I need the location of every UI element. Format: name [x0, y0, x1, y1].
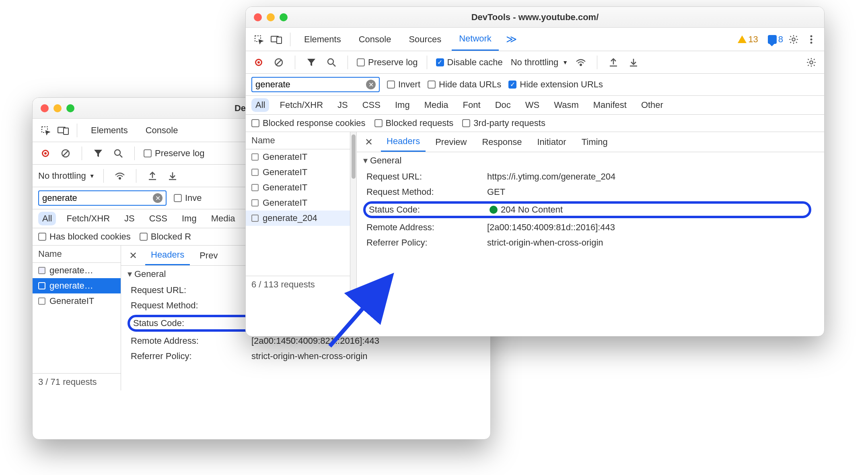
upload-icon[interactable]	[606, 55, 621, 70]
upload-icon[interactable]	[145, 169, 160, 183]
wifi-icon[interactable]	[574, 55, 588, 70]
device-icon[interactable]	[269, 32, 284, 47]
download-icon[interactable]	[626, 55, 641, 70]
maximize-window-button[interactable]	[280, 13, 288, 21]
search-icon[interactable]	[324, 55, 339, 70]
type-img[interactable]: Img	[178, 212, 201, 225]
disable-cache-checkbox[interactable]: ✓Disable cache	[436, 57, 503, 68]
tab-elements[interactable]: Elements	[84, 119, 135, 142]
request-row[interactable]: GenerateIT	[246, 195, 350, 211]
close-window-button[interactable]	[41, 104, 49, 112]
close-detail-button[interactable]: ✕	[361, 136, 377, 148]
wifi-icon[interactable]	[113, 169, 127, 183]
inspect-icon[interactable]	[38, 123, 53, 138]
type-doc[interactable]: Doc	[491, 98, 515, 112]
record-button[interactable]	[38, 146, 53, 161]
type-js[interactable]: JS	[120, 212, 139, 225]
detail-tab-preview[interactable]: Prev	[194, 246, 223, 265]
svg-point-28	[810, 61, 813, 64]
clear-button[interactable]	[272, 55, 286, 70]
preserve-log-checkbox[interactable]: Preserve log	[144, 148, 205, 159]
type-css[interactable]: CSS	[358, 98, 385, 112]
clear-filter-icon[interactable]: ✕	[366, 80, 376, 89]
type-all[interactable]: All	[38, 212, 56, 225]
warnings-badge[interactable]: 13	[738, 34, 758, 45]
hide-extension-urls-checkbox[interactable]: ✓Hide extension URLs	[508, 79, 603, 90]
filter-icon[interactable]	[304, 55, 319, 70]
clear-filter-icon[interactable]: ✕	[153, 193, 162, 203]
more-tabs-button[interactable]: ≫	[502, 33, 521, 45]
inspect-icon[interactable]	[251, 32, 266, 47]
throttling-select[interactable]: No throttling▼	[38, 171, 95, 181]
minimize-window-button[interactable]	[267, 13, 275, 21]
blocked-requests-checkbox[interactable]: Blocked R	[140, 231, 191, 242]
tab-elements[interactable]: Elements	[297, 28, 348, 51]
tab-console[interactable]: Console	[352, 28, 399, 51]
clear-button[interactable]	[58, 146, 73, 161]
name-column-header[interactable]: Name	[246, 132, 350, 149]
name-column-header[interactable]: Name	[33, 246, 121, 263]
type-img[interactable]: Img	[391, 98, 414, 112]
request-row-selected[interactable]: generate…	[33, 278, 121, 293]
detail-tab-headers[interactable]: Headers	[145, 246, 190, 265]
detail-tab-timing[interactable]: Timing	[576, 132, 613, 152]
request-row-highlighted[interactable]: generate_204	[246, 211, 350, 226]
type-all[interactable]: All	[251, 98, 269, 112]
request-row[interactable]: generate…	[33, 263, 121, 278]
svg-rect-14	[277, 37, 282, 43]
detail-tab-preview[interactable]: Preview	[430, 132, 472, 152]
maximize-window-button[interactable]	[66, 104, 74, 112]
record-button[interactable]	[251, 55, 266, 70]
filter-input[interactable]: ✕	[251, 77, 380, 92]
blocked-cookies-checkbox[interactable]: Has blocked cookies	[38, 231, 131, 242]
type-font[interactable]: Font	[459, 98, 485, 112]
request-row[interactable]: GenerateIT	[33, 293, 121, 309]
hide-data-urls-checkbox[interactable]: Hide data URLs	[428, 79, 501, 90]
blocked-cookies-checkbox[interactable]: Blocked response cookies	[251, 118, 366, 128]
settings-icon[interactable]	[786, 32, 801, 47]
request-row[interactable]: GenerateIT	[246, 165, 350, 180]
blocked-requests-checkbox[interactable]: Blocked requests	[374, 118, 454, 128]
invert-checkbox[interactable]: Invert	[387, 79, 420, 90]
network-settings-icon[interactable]	[804, 55, 819, 70]
tab-sources[interactable]: Sources	[401, 28, 448, 51]
info-badge[interactable]: 8	[768, 34, 783, 45]
kv-request-url: Request URL:https://i.ytimg.com/generate…	[357, 169, 824, 184]
invert-checkbox[interactable]: Inve	[174, 193, 202, 203]
request-row[interactable]: GenerateIT	[246, 149, 350, 165]
type-js[interactable]: JS	[333, 98, 352, 112]
scrollbar[interactable]	[350, 132, 357, 293]
type-other[interactable]: Other	[637, 98, 667, 112]
type-media[interactable]: Media	[207, 212, 239, 225]
type-fetch[interactable]: Fetch/XHR	[62, 212, 114, 225]
svg-point-18	[810, 41, 812, 43]
preserve-log-checkbox[interactable]: Preserve log	[357, 57, 418, 68]
type-css[interactable]: CSS	[145, 212, 171, 225]
download-icon[interactable]	[165, 169, 180, 183]
type-media[interactable]: Media	[420, 98, 453, 112]
tab-network[interactable]: Network	[452, 28, 499, 51]
detail-tab-initiator[interactable]: Initiator	[531, 132, 572, 152]
search-icon[interactable]	[111, 146, 125, 161]
request-row[interactable]: GenerateIT	[246, 180, 350, 195]
filter-input[interactable]: ✕	[38, 190, 167, 206]
detail-tab-headers[interactable]: Headers	[381, 132, 426, 152]
close-window-button[interactable]	[254, 13, 262, 21]
type-wasm[interactable]: Wasm	[550, 98, 583, 112]
tab-console[interactable]: Console	[138, 119, 185, 142]
type-fetch[interactable]: Fetch/XHR	[276, 98, 327, 112]
throttling-select[interactable]: No throttling▼	[511, 57, 568, 68]
filter-icon[interactable]	[91, 146, 105, 161]
filter-input-field[interactable]	[42, 193, 153, 203]
third-party-checkbox[interactable]: 3rd-party requests	[462, 118, 545, 128]
svg-point-7	[119, 178, 121, 179]
filter-input-field[interactable]	[255, 79, 366, 90]
general-section[interactable]: General	[357, 152, 824, 169]
type-manifest[interactable]: Manifest	[589, 98, 631, 112]
type-ws[interactable]: WS	[521, 98, 543, 112]
close-detail-button[interactable]: ✕	[125, 250, 141, 261]
kebab-menu-icon[interactable]	[804, 32, 819, 47]
detail-tab-response[interactable]: Response	[476, 132, 527, 152]
minimize-window-button[interactable]	[53, 104, 62, 112]
device-icon[interactable]	[56, 123, 70, 138]
